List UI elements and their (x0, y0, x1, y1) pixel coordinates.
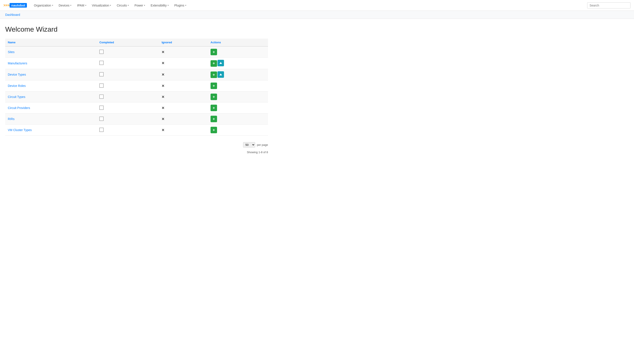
add-button[interactable]: + (211, 116, 217, 122)
caret-icon-power: ▾ (144, 4, 145, 6)
per-page-label: per page (257, 143, 268, 146)
col-header-completed: Completed (97, 38, 159, 46)
nav-label-circuits: Circuits (117, 4, 127, 7)
completed-checkbox[interactable] (99, 94, 104, 99)
add-button[interactable]: + (211, 105, 217, 111)
col-header-actions: Actions (208, 38, 268, 46)
table-row: VM Cluster Types✕+ (5, 124, 268, 136)
cell-name: VM Cluster Types (5, 124, 97, 136)
nav-label-organization: Organization (34, 4, 51, 7)
row-name-link[interactable]: Manufacturers (8, 62, 27, 65)
row-name-link[interactable]: VM Cluster Types (8, 128, 32, 132)
nav-item-power[interactable]: Power ▾ (132, 2, 148, 9)
cell-actions: + (208, 46, 268, 58)
cell-ignored: ✕ (159, 58, 208, 69)
x-mark-icon: ✕ (162, 117, 164, 121)
svg-marker-0 (219, 62, 222, 64)
x-mark-icon: ✕ (162, 106, 164, 110)
nav-label-plugins: Plugins (174, 4, 184, 7)
add-button[interactable]: + (211, 72, 217, 78)
x-mark-icon: ✕ (162, 84, 164, 88)
import-button[interactable] (218, 60, 224, 66)
add-button[interactable]: + (211, 60, 217, 67)
row-name-link[interactable]: Sites (8, 50, 15, 54)
search-input[interactable] (587, 2, 630, 8)
breadcrumb-dashboard-link[interactable]: Dashboard (5, 13, 20, 16)
cell-actions: + (208, 102, 268, 114)
completed-checkbox[interactable] (99, 84, 104, 88)
pagination-wrapper: 25 50 100 per page Showing 1-8 of 8 (5, 140, 268, 154)
table-body: Sites✕+Manufacturers✕+Device Types✕+Devi… (5, 46, 268, 136)
caret-icon-devices: ▾ (70, 4, 71, 6)
showing-text: Showing 1-8 of 8 (247, 150, 268, 154)
nav-item-extensibility[interactable]: Extensibility ▾ (148, 2, 171, 9)
table-row: Device Types✕+ (5, 69, 268, 80)
add-button[interactable]: + (211, 49, 217, 55)
nav-item-plugins[interactable]: Plugins ▾ (172, 2, 189, 9)
cell-name: Circuit Providers (5, 102, 97, 114)
completed-checkbox[interactable] (99, 116, 104, 121)
cell-ignored: ✕ (159, 124, 208, 136)
cell-ignored: ✕ (159, 102, 208, 114)
cell-actions: + (208, 58, 268, 69)
nav-item-ipam[interactable]: IPAM ▾ (74, 2, 89, 9)
nav-item-virtualization[interactable]: Virtualization ▾ (89, 2, 114, 9)
caret-icon-virtualization: ▾ (110, 4, 111, 6)
nav-label-extensibility: Extensibility (151, 4, 167, 7)
table-header: Name Completed Ignored Actions (5, 38, 268, 46)
table-row: RIRs✕+ (5, 114, 268, 124)
import-button[interactable] (218, 71, 224, 78)
cell-name: Circuit Types (5, 92, 97, 102)
completed-checkbox[interactable] (99, 106, 104, 110)
brand-name: nautobot (10, 3, 27, 8)
completed-checkbox[interactable] (99, 72, 104, 76)
cell-ignored: ✕ (159, 92, 208, 102)
cell-completed (97, 80, 159, 92)
cell-ignored: ✕ (159, 46, 208, 58)
cell-actions: + (208, 69, 268, 80)
row-name-link[interactable]: RIRs (8, 117, 15, 121)
cell-name: Device Types (5, 69, 97, 80)
cell-ignored: ✕ (159, 69, 208, 80)
table-row: Sites✕+ (5, 46, 268, 58)
nav-item-organization[interactable]: Organization ▾ (31, 2, 56, 9)
table-row: Circuit Providers✕+ (5, 102, 268, 114)
table-row: Circuit Types✕+ (5, 92, 268, 102)
brand-logo[interactable]: >>> nautobot (4, 3, 27, 8)
pagination-area: 25 50 100 per page (243, 140, 268, 150)
x-mark-icon: ✕ (162, 73, 164, 76)
search-box (587, 2, 630, 8)
x-mark-icon: ✕ (162, 61, 164, 65)
table-row: Manufacturers✕+ (5, 58, 268, 69)
cell-completed (97, 92, 159, 102)
x-mark-icon: ✕ (162, 50, 164, 54)
cell-ignored: ✕ (159, 114, 208, 124)
cell-completed (97, 69, 159, 80)
completed-checkbox[interactable] (99, 128, 104, 132)
nav-item-circuits[interactable]: Circuits ▾ (114, 2, 131, 9)
main-content: Welcome Wizard Name Completed Ignored Ac… (0, 19, 273, 160)
completed-checkbox[interactable] (99, 50, 104, 54)
caret-icon-organization: ▾ (52, 4, 53, 6)
cell-name: RIRs (5, 114, 97, 124)
breadcrumb: Dashboard (0, 11, 634, 19)
add-button[interactable]: + (211, 82, 217, 89)
nav-label-devices: Devices (59, 4, 70, 7)
add-button[interactable]: + (211, 127, 217, 133)
brand-arrows-icon: >>> (4, 4, 10, 7)
cell-ignored: ✕ (159, 80, 208, 92)
cell-name: Manufacturers (5, 58, 97, 69)
nav-label-power: Power (135, 4, 143, 7)
row-name-link[interactable]: Circuit Types (8, 95, 25, 98)
svg-marker-1 (219, 74, 222, 76)
row-name-link[interactable]: Device Types (8, 73, 26, 76)
caret-icon-ipam: ▾ (85, 4, 86, 6)
completed-checkbox[interactable] (99, 61, 104, 65)
nav-item-devices[interactable]: Devices ▾ (56, 2, 74, 9)
row-name-link[interactable]: Circuit Providers (8, 106, 30, 110)
per-page-select[interactable]: 25 50 100 (243, 142, 255, 148)
add-button[interactable]: + (211, 94, 217, 100)
row-name-link[interactable]: Device Roles (8, 84, 26, 88)
cell-completed (97, 124, 159, 136)
x-mark-icon: ✕ (162, 95, 164, 99)
